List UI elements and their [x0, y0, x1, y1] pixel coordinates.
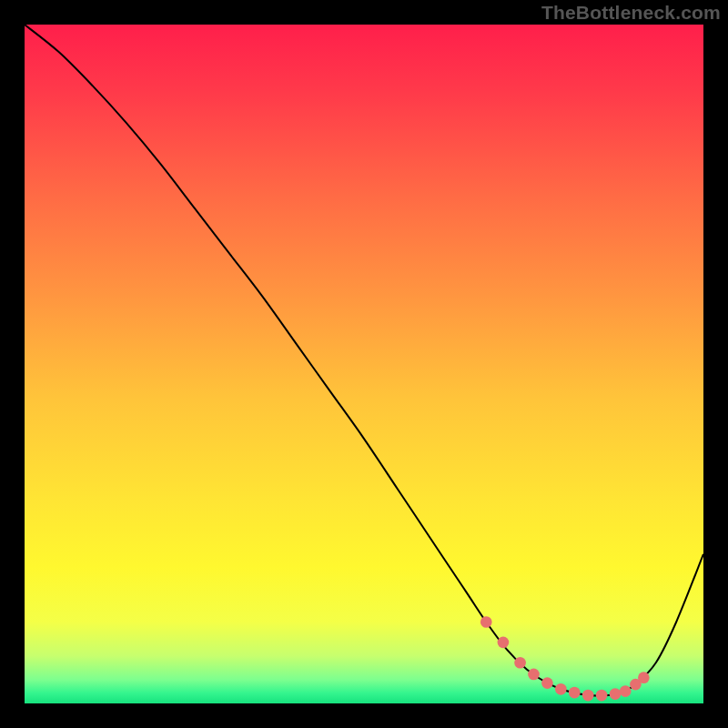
valley-dot [569, 687, 581, 699]
chart-frame: TheBottleneck.com [0, 0, 728, 728]
valley-dot [514, 657, 526, 669]
watermark-label: TheBottleneck.com [541, 2, 721, 24]
valley-dot [498, 637, 510, 649]
valley-dot [620, 685, 632, 697]
valley-dot [610, 688, 622, 700]
valley-dot [555, 683, 567, 695]
valley-dot [582, 690, 594, 702]
valley-dot [480, 616, 492, 628]
valley-dot [541, 677, 553, 689]
valley-dot [596, 690, 608, 702]
plot-area [25, 25, 703, 703]
dots-layer [25, 25, 703, 703]
valley-dot [638, 672, 650, 683]
valley-dots [480, 616, 650, 701]
valley-dot [528, 669, 540, 681]
